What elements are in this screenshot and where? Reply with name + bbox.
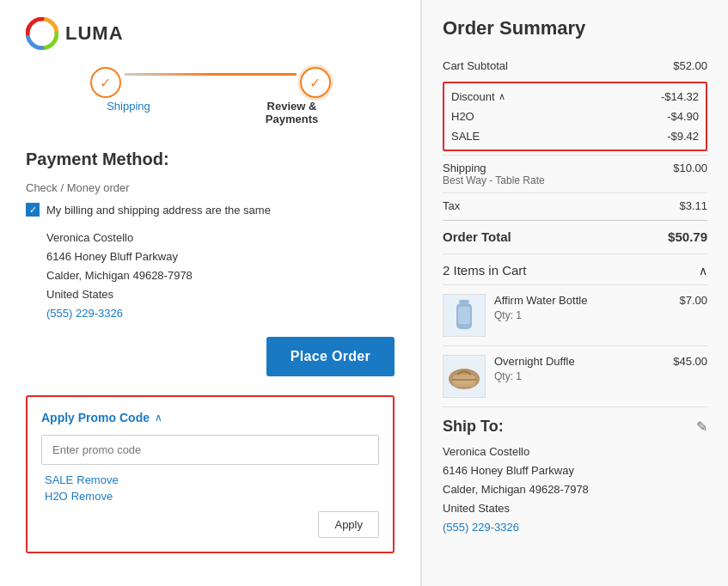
- promo-code-input[interactable]: [41, 435, 379, 465]
- shipping-label: Shipping: [443, 162, 545, 174]
- place-order-button[interactable]: Place Order: [266, 337, 395, 376]
- cart-items-count: 2 Items in Cart: [443, 263, 527, 278]
- billing-same-checkbox[interactable]: ✓ My billing and shipping address are th…: [26, 203, 395, 217]
- step1-label[interactable]: Shipping: [90, 100, 168, 125]
- discount-chevron-icon: ∧: [499, 91, 505, 102]
- promo-title: Apply Promo Code: [41, 411, 150, 424]
- ship-country: United States: [443, 499, 707, 518]
- checkout-steps: ✓ ✓ Shipping Review & Payments: [26, 67, 395, 125]
- billing-phone[interactable]: (555) 229-3326: [46, 304, 395, 323]
- promo-chevron-icon: ∧: [155, 412, 162, 424]
- shipping-sublabel: Best Way - Table Rate: [443, 174, 545, 186]
- h2o-label: H2O: [451, 110, 474, 123]
- promo-toggle[interactable]: Apply Promo Code ∧: [41, 411, 379, 424]
- promo-sale-remove[interactable]: Remove: [76, 473, 118, 486]
- billing-name: Veronica Costello: [46, 229, 395, 247]
- cart-item-duffle-image: [443, 355, 486, 398]
- billing-street: 6146 Honey Bluff Parkway: [46, 247, 395, 266]
- ship-to-header: Ship To: ✎: [443, 406, 707, 443]
- cart-item-bottle-image: [443, 294, 486, 337]
- summary-subtotal: Cart Subtotal $52.00: [443, 53, 707, 78]
- cart-chevron-icon[interactable]: ∧: [699, 264, 707, 278]
- cart-item-duffle-name: Overnight Duffle: [494, 355, 664, 368]
- ship-edit-icon[interactable]: ✎: [696, 418, 707, 435]
- ship-street: 6146 Honey Bluff Parkway: [443, 461, 707, 480]
- cart-item-bottle-price: $7.00: [679, 294, 707, 307]
- cart-item-bottle-details: Affirm Water Bottle Qty: 1: [494, 294, 670, 321]
- summary-tax: Tax $3.11: [443, 192, 707, 218]
- order-total-row: Order Total $50.79: [443, 220, 707, 250]
- subtotal-label: Cart Subtotal: [443, 59, 508, 72]
- order-summary-title: Order Summary: [443, 17, 707, 40]
- promo-code-section: Apply Promo Code ∧ SALERemove H2ORemove …: [26, 395, 395, 553]
- step2-circle: ✓: [300, 67, 331, 98]
- cart-item-duffle-qty: Qty: 1: [494, 370, 664, 382]
- cart-item-duffle-details: Overnight Duffle Qty: 1: [494, 355, 664, 382]
- sale-label: SALE: [451, 130, 480, 143]
- cart-item-duffle: Overnight Duffle Qty: 1 $45.00: [443, 345, 707, 406]
- cart-item-bottle-qty: Qty: 1: [494, 309, 670, 321]
- billing-address: Veronica Costello 6146 Honey Bluff Parkw…: [26, 229, 395, 323]
- cart-item-duffle-price: $45.00: [673, 355, 707, 368]
- logo-text: LUMA: [65, 22, 124, 45]
- shipping-value: $10.00: [673, 162, 707, 174]
- tax-label: Tax: [443, 199, 460, 212]
- step2-label: Review & Payments: [254, 100, 331, 125]
- summary-shipping: Shipping Best Way - Table Rate $10.00: [443, 155, 707, 192]
- promo-code-sale: SALERemove: [41, 473, 379, 486]
- cart-item-bottle-name: Affirm Water Bottle: [494, 294, 670, 307]
- discount-header-row: Discount ∧ -$14.32: [444, 87, 706, 107]
- step-connector: [125, 73, 297, 76]
- ship-to-address: Veronica Costello 6146 Honey Bluff Parkw…: [443, 443, 707, 537]
- ship-city: Calder, Michigan 49628-7978: [443, 480, 707, 499]
- promo-sale-label: SALE: [45, 473, 73, 486]
- promo-h2o-remove[interactable]: Remove: [71, 490, 113, 503]
- ship-phone[interactable]: (555) 229-3326: [443, 518, 707, 537]
- svg-rect-6: [454, 377, 474, 384]
- discount-sale: SALE -$9.42: [444, 126, 706, 146]
- payment-section-title: Payment Method:: [26, 150, 395, 169]
- discount-h2o: H2O -$4.90: [444, 107, 706, 126]
- checkbox-label: My billing and shipping address are the …: [46, 204, 271, 217]
- cart-item-bottle: Affirm Water Bottle Qty: 1 $7.00: [443, 284, 707, 345]
- h2o-value: -$4.90: [667, 110, 699, 123]
- payment-type: Check / Money order: [26, 181, 395, 194]
- order-total-value: $50.79: [668, 229, 707, 244]
- promo-apply-button[interactable]: Apply: [318, 511, 379, 538]
- ship-name: Veronica Costello: [443, 443, 707, 461]
- discount-total-value: -$14.32: [661, 90, 699, 103]
- cart-items-header[interactable]: 2 Items in Cart ∧: [443, 253, 707, 284]
- bottle-icon: [445, 296, 483, 334]
- svg-rect-1: [459, 300, 469, 303]
- promo-code-h2o: H2ORemove: [41, 490, 379, 503]
- tax-value: $3.11: [679, 199, 707, 212]
- checkbox-checked-icon: ✓: [26, 203, 40, 217]
- ship-to-title: Ship To:: [443, 418, 504, 436]
- discount-label: Discount: [451, 90, 495, 103]
- svg-rect-3: [458, 307, 470, 324]
- billing-country: United States: [46, 285, 395, 304]
- promo-h2o-label: H2O: [45, 490, 68, 503]
- sale-value: -$9.42: [667, 130, 699, 143]
- discount-section: Discount ∧ -$14.32 H2O -$4.90 SALE -$9.4…: [443, 82, 707, 151]
- subtotal-value: $52.00: [673, 59, 707, 72]
- bag-icon: [445, 357, 483, 395]
- luma-logo-icon: [26, 17, 58, 50]
- order-total-label: Order Total: [443, 229, 511, 244]
- billing-city: Calder, Michigan 49628-7978: [46, 266, 395, 285]
- step1-circle: ✓: [90, 67, 121, 98]
